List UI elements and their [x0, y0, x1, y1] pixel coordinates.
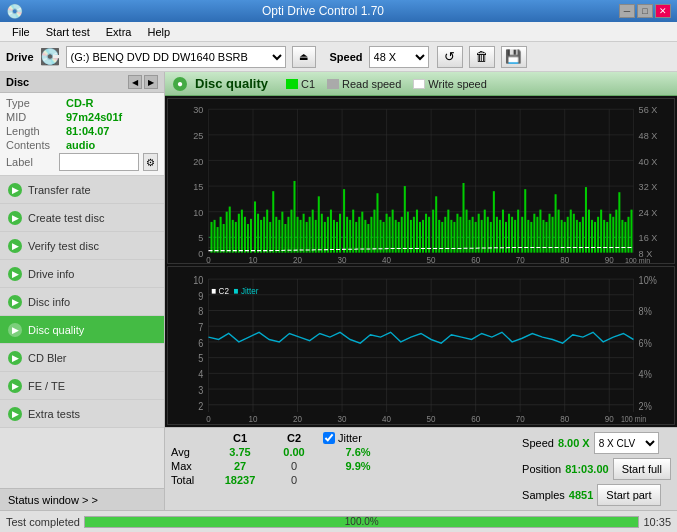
type-value: CD-R [66, 97, 94, 109]
start-full-button[interactable]: Start full [613, 458, 671, 480]
svg-rect-82 [327, 217, 329, 253]
svg-rect-176 [615, 210, 617, 253]
svg-rect-61 [263, 217, 265, 253]
svg-rect-122 [450, 220, 452, 253]
legend-read-speed: Read speed [327, 78, 401, 90]
legend-c1: C1 [286, 78, 315, 90]
label-row: Label ⚙ [6, 153, 158, 171]
left-panel: Disc ◀ ▶ Type CD-R MID 97m24s01f Length [0, 72, 165, 510]
svg-rect-154 [549, 214, 551, 253]
svg-text:50: 50 [427, 413, 436, 424]
minimize-button[interactable]: ─ [619, 4, 635, 18]
speed-select[interactable]: 48 X [369, 46, 429, 68]
svg-text:10: 10 [249, 413, 258, 424]
svg-rect-157 [558, 210, 560, 253]
samples-row: Samples 4851 Start part [522, 484, 671, 506]
svg-rect-156 [555, 194, 557, 252]
svg-text:8%: 8% [639, 305, 652, 317]
svg-rect-129 [472, 217, 474, 253]
refresh-button[interactable]: ↺ [437, 46, 463, 68]
menu-file[interactable]: File [4, 24, 38, 40]
svg-text:25: 25 [193, 131, 203, 141]
speed-stat-label: Speed [522, 437, 554, 449]
save-button[interactable]: 💾 [501, 46, 527, 68]
svg-text:48 X: 48 X [639, 131, 658, 141]
label-input[interactable] [59, 153, 139, 171]
svg-rect-84 [333, 220, 335, 253]
close-button[interactable]: ✕ [655, 4, 671, 18]
jitter-checkbox[interactable] [323, 432, 335, 444]
transfer-rate-icon: ▶ [8, 183, 22, 197]
svg-rect-144 [517, 210, 519, 253]
drive-select[interactable]: (G:) BENQ DVD DD DW1640 BSRB [66, 46, 286, 68]
sidebar-item-create-test-disc[interactable]: ▶ Create test disc [0, 204, 164, 232]
sidebar-item-disc-quality[interactable]: ▶ Disc quality [0, 316, 164, 344]
content-area: Disc ◀ ▶ Type CD-R MID 97m24s01f Length [0, 72, 677, 510]
svg-rect-46 [217, 227, 219, 253]
svg-rect-81 [324, 222, 326, 253]
sidebar-item-transfer-rate[interactable]: ▶ Transfer rate [0, 176, 164, 204]
sidebar-item-verify-test-disc[interactable]: ▶ Verify test disc [0, 232, 164, 260]
svg-rect-65 [275, 217, 277, 253]
c1-max: 27 [215, 460, 265, 472]
svg-rect-89 [349, 220, 351, 253]
menu-extra[interactable]: Extra [98, 24, 140, 40]
disc-header: Disc ◀ ▶ [0, 72, 164, 93]
svg-text:30: 30 [338, 413, 347, 424]
svg-rect-126 [462, 183, 464, 253]
svg-rect-92 [358, 217, 360, 253]
status-window-button[interactable]: Status window > > [0, 488, 164, 510]
svg-rect-85 [336, 222, 338, 253]
svg-rect-48 [223, 224, 225, 253]
eject-button[interactable]: ⏏ [292, 46, 316, 68]
disc-nav: ◀ ▶ [128, 75, 158, 89]
svg-rect-93 [361, 212, 363, 253]
jitter-checkbox-container: Jitter [323, 432, 393, 444]
c1-chart: 30 25 20 15 10 5 0 56 X 48 X 40 X 32 X 2… [167, 98, 675, 264]
samples-label: Samples [522, 489, 565, 501]
svg-rect-53 [238, 214, 240, 253]
disc-prev-button[interactable]: ◀ [128, 75, 142, 89]
start-part-button[interactable]: Start part [597, 484, 660, 506]
sidebar-item-fe-te[interactable]: ▶ FE / TE [0, 372, 164, 400]
svg-rect-117 [435, 196, 437, 252]
contents-row: Contents audio [6, 139, 158, 151]
svg-rect-131 [478, 214, 480, 253]
svg-rect-113 [422, 220, 424, 253]
disc-info-icon: ▶ [8, 295, 22, 309]
menu-help[interactable]: Help [139, 24, 178, 40]
svg-text:7: 7 [198, 321, 203, 333]
clear-button[interactable]: 🗑 [469, 46, 495, 68]
sidebar-item-extra-tests[interactable]: ▶ Extra tests [0, 400, 164, 428]
length-value: 81:04.07 [66, 125, 109, 137]
svg-rect-107 [404, 186, 406, 253]
sidebar-item-disc-info[interactable]: ▶ Disc info [0, 288, 164, 316]
svg-text:60: 60 [471, 256, 480, 263]
sidebar-item-cd-bler[interactable]: ▶ CD Bler [0, 344, 164, 372]
legend-write-speed: Write speed [413, 78, 487, 90]
svg-rect-114 [425, 214, 427, 253]
svg-rect-78 [315, 220, 317, 253]
stats-header-row: C1 C2 Jitter [171, 432, 393, 444]
c2-avg: 0.00 [269, 446, 319, 458]
max-row: Max 27 0 9.9% [171, 460, 393, 472]
stats-row: C1 C2 Jitter Avg 3.75 0.00 7.6% [165, 427, 677, 510]
jitter-total [323, 474, 393, 486]
sidebar-item-label: Drive info [28, 268, 74, 280]
disc-quality-icon-circle: ● [173, 77, 187, 91]
svg-text:10: 10 [193, 208, 203, 218]
menu-start-test[interactable]: Start test [38, 24, 98, 40]
sidebar-item-drive-info[interactable]: ▶ Drive info [0, 260, 164, 288]
length-row: Length 81:04.07 [6, 125, 158, 137]
svg-rect-50 [229, 207, 231, 253]
clv-select[interactable]: 8 X CLV [594, 432, 659, 454]
label-settings-button[interactable]: ⚙ [143, 153, 158, 171]
svg-rect-66 [278, 220, 280, 253]
sidebar-item-label: Disc quality [28, 324, 84, 336]
svg-text:24 X: 24 X [639, 208, 658, 218]
maximize-button[interactable]: □ [637, 4, 653, 18]
disc-next-button[interactable]: ▶ [144, 75, 158, 89]
position-value: 81:03.00 [565, 463, 608, 475]
right-controls: Speed 8.00 X 8 X CLV Position 81:03.00 S… [522, 432, 671, 506]
disc-quality-title: Disc quality [195, 76, 268, 91]
